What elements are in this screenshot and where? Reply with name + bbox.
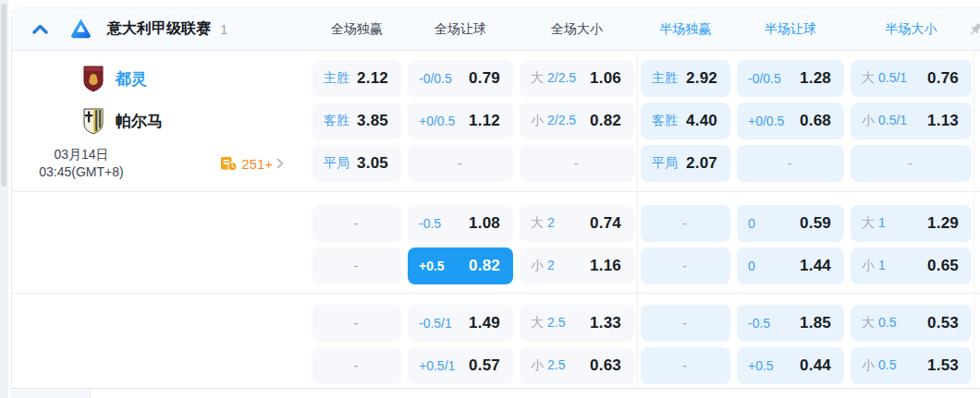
odds-cell[interactable]: 大0.5/10.76 bbox=[851, 60, 972, 97]
odds-value: 1.53 bbox=[927, 356, 959, 375]
dash-placeholder: - bbox=[574, 156, 579, 171]
odds-selection-label: 小2 bbox=[531, 258, 555, 274]
scrollbar-track[interactable] bbox=[0, 0, 8, 398]
odds-cell[interactable]: 客胜4.40 bbox=[641, 103, 730, 139]
collapse-button[interactable] bbox=[29, 18, 51, 41]
over-under-prefix: 小 bbox=[531, 357, 544, 374]
odds-cell[interactable]: +0.5/10.57 bbox=[408, 347, 513, 384]
odds-cell[interactable]: 01.44 bbox=[737, 247, 844, 284]
over-under-prefix: 大 bbox=[862, 215, 875, 232]
league-match-count: 1 bbox=[220, 21, 227, 37]
odds-cell[interactable]: 小2.50.63 bbox=[520, 347, 634, 384]
odds-selection-label: 小0.5/1 bbox=[862, 113, 907, 129]
odds-value: 0.44 bbox=[800, 356, 831, 375]
odds-cell-empty: - bbox=[641, 205, 730, 242]
odds-selection-label: +0/0.5 bbox=[419, 114, 455, 128]
odds-value: 0.63 bbox=[590, 356, 621, 375]
over-under-prefix: 小 bbox=[531, 258, 544, 274]
dash-placeholder: - bbox=[354, 259, 359, 273]
odds-cell-empty: - bbox=[312, 247, 401, 284]
odds-cell-empty: - bbox=[737, 145, 844, 182]
away-team-name: 帕尔马 bbox=[116, 111, 163, 132]
parma-crest bbox=[82, 108, 104, 135]
odds-group-main: 都灵 帕尔马 03月14日 03:45 bbox=[12, 51, 980, 191]
odds-cell[interactable]: 大20.74 bbox=[520, 205, 634, 242]
home-team-row[interactable]: 都灵 bbox=[12, 60, 306, 97]
odds-cell[interactable]: 00.59 bbox=[737, 205, 844, 242]
over-under-prefix: 小 bbox=[531, 113, 544, 129]
column-header-half-handicap: 半场让球 bbox=[737, 21, 844, 38]
odds-cell[interactable]: -0.5/11.49 bbox=[408, 305, 513, 342]
odds-cell[interactable]: -0/0.51.28 bbox=[737, 60, 844, 97]
odds-cell[interactable]: 大2/2.51.06 bbox=[520, 60, 634, 97]
odds-selection-label: +0.5 bbox=[419, 259, 445, 273]
dash-placeholder: - bbox=[908, 156, 913, 171]
stats-history-icon bbox=[220, 156, 238, 172]
odds-value: 0.65 bbox=[927, 257, 959, 275]
odds-selection-label: 大2.5 bbox=[531, 315, 565, 332]
home-team-name: 都灵 bbox=[116, 68, 147, 90]
odds-cell[interactable]: 小21.16 bbox=[520, 247, 634, 284]
odds-cell[interactable]: +0/0.51.12 bbox=[408, 103, 513, 139]
torino-crest bbox=[82, 66, 104, 92]
odds-selection-label: 小2/2.5 bbox=[531, 113, 576, 129]
odds-cell[interactable]: 客胜3.85 bbox=[312, 103, 401, 139]
odds-cell-empty: - bbox=[641, 347, 730, 384]
odds-selection-label: 客胜 bbox=[652, 113, 678, 129]
odds-selection-label: 大1 bbox=[862, 215, 886, 232]
odds-cell[interactable]: 大2.51.33 bbox=[520, 305, 634, 342]
chevron-up-icon bbox=[32, 24, 48, 34]
odds-selection-label: 小0.5 bbox=[862, 357, 896, 374]
odds-cell-empty: - bbox=[641, 247, 730, 284]
odds-cell[interactable]: 小2/2.50.82 bbox=[520, 103, 634, 139]
odds-cell[interactable]: 大11.29 bbox=[851, 205, 972, 242]
dash-placeholder: - bbox=[682, 216, 687, 231]
odds-selection-label: -0.5 bbox=[748, 316, 770, 331]
odds-cell-selected[interactable]: +0.50.82 bbox=[408, 247, 513, 284]
odds-value: 0.79 bbox=[469, 69, 500, 88]
odds-cell[interactable]: -0.51.85 bbox=[737, 305, 844, 342]
more-markets-button[interactable]: 251+ bbox=[220, 156, 284, 172]
pin-icon[interactable] bbox=[967, 21, 980, 42]
odds-cell[interactable]: 平局2.07 bbox=[641, 145, 730, 182]
column-header-half-win: 半场独赢 bbox=[641, 21, 730, 38]
odds-value: 1.16 bbox=[590, 257, 621, 275]
odds-value: 0.76 bbox=[927, 69, 959, 88]
scrollbar-thumb[interactable] bbox=[1, 4, 6, 187]
league-card: 意大利甲级联赛 1 全场独赢 全场让球 全场大小 半场独赢 半场让球 半场大小 bbox=[11, 7, 980, 389]
odds-value: 1.49 bbox=[469, 314, 500, 332]
odds-value: 3.85 bbox=[357, 112, 388, 130]
over-under-prefix: 大 bbox=[531, 70, 544, 87]
away-team-row[interactable]: 帕尔马 bbox=[12, 103, 306, 139]
odds-selection-label: 大2/2.5 bbox=[531, 70, 576, 87]
odds-selection-label: 大2 bbox=[531, 215, 555, 232]
odds-cell[interactable]: -0/0.50.79 bbox=[408, 60, 513, 97]
odds-cell[interactable]: 主胜2.12 bbox=[312, 60, 401, 97]
odds-cell[interactable]: +0.50.44 bbox=[737, 347, 844, 384]
next-card-edge bbox=[11, 390, 91, 398]
left-spacer bbox=[12, 305, 306, 384]
odds-cell[interactable]: +0/0.50.68 bbox=[737, 103, 844, 139]
odds-cell[interactable]: 主胜2.92 bbox=[641, 60, 730, 97]
over-under-prefix: 大 bbox=[531, 215, 544, 232]
odds-value: 1.29 bbox=[927, 214, 959, 233]
odds-cell-empty: - bbox=[851, 145, 972, 182]
match-date: 03月14日 bbox=[21, 146, 141, 163]
odds-cell[interactable]: 小10.65 bbox=[851, 247, 972, 284]
odds-cell[interactable]: 小0.51.53 bbox=[851, 347, 972, 384]
odds-selection-label: 主胜 bbox=[324, 70, 349, 87]
match-time: 03:45(GMT+8) bbox=[21, 163, 141, 181]
odds-value: 1.85 bbox=[800, 314, 831, 332]
odds-selection-label: 小2.5 bbox=[531, 357, 565, 374]
column-header-full-win: 全场独赢 bbox=[312, 21, 401, 38]
odds-cell[interactable]: 小0.5/11.13 bbox=[851, 103, 972, 139]
odds-value: 1.28 bbox=[800, 69, 831, 88]
odds-cell[interactable]: 平局3.05 bbox=[312, 145, 401, 182]
over-under-prefix: 小 bbox=[862, 258, 875, 274]
odds-value: 0.82 bbox=[469, 257, 500, 275]
dash-placeholder: - bbox=[682, 259, 687, 273]
odds-cell[interactable]: 大0.50.53 bbox=[851, 305, 972, 342]
odds-selection-label: 客胜 bbox=[324, 113, 349, 129]
odds-value: 0.74 bbox=[590, 214, 621, 233]
odds-cell[interactable]: -0.51.08 bbox=[408, 205, 513, 242]
